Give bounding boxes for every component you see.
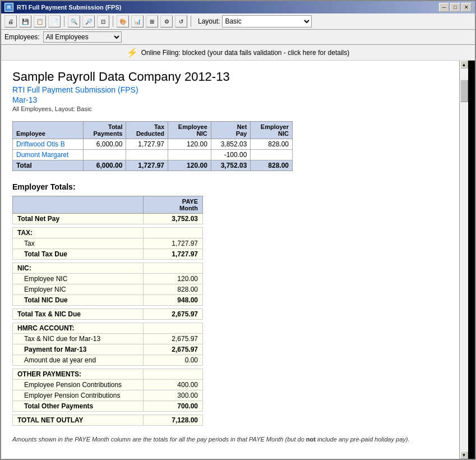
employees-label: Employees: (4, 33, 40, 41)
other-payments-label: OTHER PAYMENTS: (13, 369, 144, 380)
maximize-button[interactable]: □ (450, 3, 460, 12)
payment-mar13-value: 2,675.97 (144, 344, 203, 355)
col-header-paye-month: PAYEMonth (144, 196, 203, 214)
employee-name-1[interactable]: Driftwood Otis B (13, 139, 84, 150)
employer-row-employer-nic: Employer NIC 828.00 (13, 284, 203, 295)
employer-row-employer-pension: Employer Pension Contributions 300.00 (13, 390, 203, 401)
refresh-button[interactable]: ↺ (175, 15, 187, 27)
copy-button[interactable]: 📋 (34, 15, 46, 27)
total-tax-due-label: Total Tax Due (13, 249, 144, 260)
employee-nic-1: 120.00 (168, 139, 211, 150)
separator-1 (64, 16, 64, 27)
zoom-out-button[interactable]: 🔎 (82, 15, 95, 27)
separator-3 (191, 16, 191, 27)
settings-button[interactable]: ⚙ (160, 15, 173, 27)
tax-deducted-1: 1,727.97 (126, 139, 168, 150)
report-header: Sample Payroll Data Company 2012-13 RTI … (12, 70, 448, 112)
col-header-net-pay: NetPay (211, 122, 251, 139)
table-row: Driftwood Otis B 6,000.00 1,727.97 120.0… (13, 139, 293, 150)
layout-select[interactable]: Basic Detailed Summary (222, 15, 312, 27)
main-window: R RTI Full Payment Submission (FPS) ─ □ … (0, 0, 476, 460)
total-payments-2 (83, 150, 126, 160)
zoom-in-button[interactable]: 🔍 (68, 15, 80, 27)
scrollbar[interactable]: ▲ ▼ (459, 61, 468, 459)
payment-mar13-label: Payment for Mar-13 (13, 344, 144, 355)
col-header-item (13, 196, 144, 214)
employer-row-total-tax-nic: Total Tax & NIC Due 2,675.97 (13, 309, 203, 320)
scroll-down-arrow[interactable]: ▼ (460, 451, 468, 459)
total-tax-nic-label: Total Tax & NIC Due (13, 309, 144, 320)
grid-button[interactable]: ⊞ (146, 15, 158, 27)
employer-row-nic-header: NIC: (13, 263, 203, 274)
employees-select[interactable]: All Employees (43, 31, 122, 43)
close-button[interactable]: ✕ (461, 3, 472, 12)
col-header-employee: Employee (13, 122, 84, 139)
employer-row-total-tax-due: Total Tax Due 1,727.97 (13, 249, 203, 260)
employer-row-tax-nic-mar13: Tax & NIC due for Mar-13 2,675.97 (13, 334, 203, 344)
employee-pension-label: Employee Pension Contributions (13, 380, 144, 390)
col-header-total-payments: TotalPayments (83, 122, 126, 139)
toolbar: 🖨 💾 📋 📄 🔍 🔎 ⊡ 🎨 📊 ⊞ ⚙ ↺ Layout: Basic De… (1, 13, 475, 30)
paste-button[interactable]: 📄 (48, 15, 61, 27)
employer-pension-value: 300.00 (144, 390, 203, 401)
employer-row-other-header: OTHER PAYMENTS: (13, 369, 203, 380)
alert-icon: ⚡ (127, 47, 138, 58)
chart-button[interactable]: 📊 (131, 15, 144, 27)
employer-row-total-net-pay: Total Net Pay 3,752.03 (13, 214, 203, 224)
employer-row-amount-due: Amount due at year end 0.00 (13, 355, 203, 366)
col-header-employee-nic: EmployeeNIC (168, 122, 211, 139)
content-scroll: Sample Payroll Data Company 2012-13 RTI … (1, 61, 459, 459)
title-bar: R RTI Full Payment Submission (FPS) ─ □ … (1, 1, 475, 13)
employer-nic-1: 828.00 (251, 139, 293, 150)
table-total-row: Total 6,000.00 1,727.97 120.00 3,752.03 … (13, 160, 293, 171)
employer-pension-label: Employer Pension Contributions (13, 390, 144, 401)
amount-due-label: Amount due at year end (13, 355, 144, 366)
scroll-up-arrow[interactable]: ▲ (460, 61, 468, 68)
employer-row-total-net-outlay: TOTAL NET OUTLAY 7,128.00 (13, 415, 203, 426)
print-button[interactable]: 🖨 (4, 15, 17, 27)
tax-deducted-2 (126, 150, 168, 160)
tax-nic-mar13-label: Tax & NIC due for Mar-13 (13, 334, 144, 344)
save-button[interactable]: 💾 (19, 15, 31, 27)
nic-section-label: NIC: (13, 263, 144, 274)
tax-label: Tax (13, 238, 144, 249)
employer-row-payment-mar13: Payment for Mar-13 2,675.97 (13, 344, 203, 355)
employee-name-2[interactable]: Dumont Margaret (13, 150, 84, 160)
black-stripe (468, 61, 475, 459)
hmrc-section-label: HMRC ACCOUNT: (13, 323, 144, 334)
separator-2 (113, 16, 113, 27)
total-net-pay: 3,752.03 (211, 160, 251, 171)
tax-section-label: TAX: (13, 228, 144, 238)
employee-nic-label: Employee NIC (13, 274, 144, 284)
scrollbar-thumb[interactable] (460, 80, 468, 102)
net-pay-2: -100.00 (211, 150, 251, 160)
employee-nic-2 (168, 150, 211, 160)
total-net-pay-value: 3,752.03 (144, 214, 203, 224)
employer-totals-title: Employer Totals: (12, 182, 448, 191)
employee-pension-value: 400.00 (144, 380, 203, 390)
color-button[interactable]: 🎨 (117, 15, 129, 27)
tax-nic-mar13-value: 2,675.97 (144, 334, 203, 344)
employer-row-tax: Tax 1,727.97 (13, 238, 203, 249)
alert-text: Online Filing: blocked (your data fails … (141, 49, 350, 57)
zoom-fit-button[interactable]: ⊡ (97, 15, 109, 27)
net-pay-1: 3,852.03 (211, 139, 251, 150)
employer-nic-value: 828.00 (144, 284, 203, 295)
employee-bar: Employees: All Employees (1, 30, 475, 45)
table-row: Dumont Margaret -100.00 (13, 150, 293, 160)
employer-totals-table: PAYEMonth Total Net Pay 3,752.03 TAX: (12, 196, 203, 426)
total-total-payments: 6,000.00 (83, 160, 126, 171)
employer-row-employee-pension: Employee Pension Contributions 400.00 (13, 380, 203, 390)
total-other-value: 700.00 (144, 401, 203, 412)
employer-nic-label: Employer NIC (13, 284, 144, 295)
content-wrapper: Sample Payroll Data Company 2012-13 RTI … (1, 61, 475, 459)
footer-note: Amounts shown in the PAYE Month column a… (12, 435, 416, 444)
col-header-employer-nic: EmployerNIC (251, 122, 293, 139)
employer-row-employee-nic: Employee NIC 120.00 (13, 274, 203, 284)
minimize-button[interactable]: ─ (439, 3, 449, 12)
layout-label: Layout: (198, 17, 220, 25)
total-net-outlay-label: TOTAL NET OUTLAY (13, 415, 144, 426)
report-title: Sample Payroll Data Company 2012-13 (12, 70, 448, 84)
title-bar-controls: ─ □ ✕ (439, 3, 472, 12)
alert-bar[interactable]: ⚡ Online Filing: blocked (your data fail… (1, 45, 475, 61)
